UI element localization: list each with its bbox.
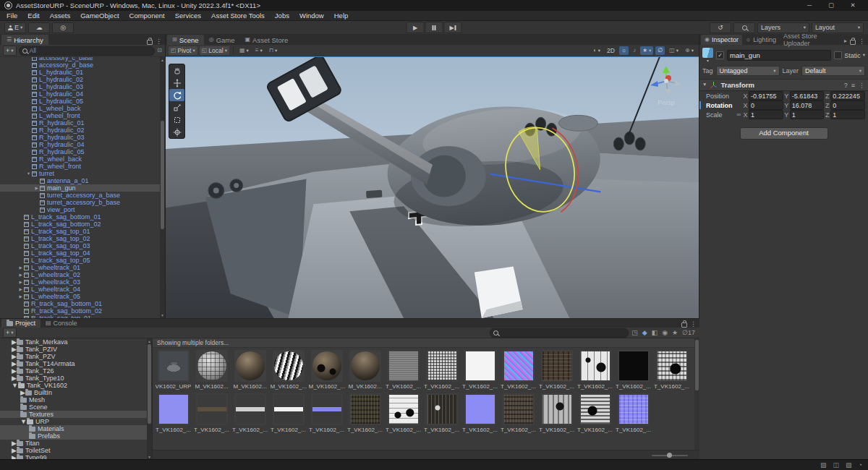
tag-dropdown[interactable]: Untagged▾ (716, 66, 780, 76)
scale-z-field[interactable]: 1 (830, 110, 865, 119)
expand-arrow-icon[interactable]: ▶ (12, 440, 17, 447)
version-control-button[interactable]: ◎ (52, 22, 74, 33)
expand-arrow-icon[interactable]: ▶ (33, 186, 40, 190)
project-folder-materials[interactable]: Materials (0, 425, 147, 432)
info-icon[interactable]: ◉ (662, 329, 668, 336)
expand-arrow-icon[interactable]: ▶ (17, 294, 24, 299)
menu-item-help[interactable]: Help (329, 11, 354, 20)
expand-arrow-icon[interactable]: ▶ (12, 346, 17, 353)
snap-increment-dropdown[interactable]: ≡▾ (253, 46, 265, 55)
menu-item-file[interactable]: File (1, 11, 22, 20)
project-folder-titan[interactable]: ▶Titan (0, 440, 147, 447)
open-in-new-icon[interactable]: ◳ (631, 329, 638, 336)
hierarchy-item[interactable]: L_hydraulic_01 (0, 69, 160, 76)
project-folder-textures[interactable]: Textures (0, 411, 147, 418)
asset-item[interactable]: T_VK1602_... (346, 393, 384, 433)
hierarchy-item[interactable]: L_track_sag_bottom_01 (0, 213, 160, 221)
asset-item[interactable]: T_VK1602_... (192, 393, 231, 433)
menu-item-window[interactable]: Window (294, 11, 329, 20)
asset-item[interactable]: M_VK1602... (346, 350, 384, 390)
folder-scrollbar[interactable]: ▲ ▼ (147, 338, 152, 460)
hierarchy-item[interactable]: R_wheel_back (0, 155, 160, 163)
expand-arrow-icon[interactable]: ▼ (25, 171, 32, 176)
minimize-button[interactable]: ─ (799, 0, 820, 11)
project-folder-scene[interactable]: Scene (0, 403, 147, 411)
expand-arrow-icon[interactable]: ▶ (17, 273, 24, 277)
hierarchy-item[interactable]: L_track_sag_top_04 (0, 249, 160, 257)
object-name-field[interactable]: main_gun (727, 50, 831, 61)
hierarchy-item[interactable]: L_hydraulic_02 (0, 76, 160, 83)
view-tool-button[interactable] (169, 64, 184, 77)
chevron-down-icon[interactable]: ▾ (863, 53, 865, 58)
asset-item[interactable]: T_VK1602_... (499, 393, 537, 433)
expand-arrow-icon[interactable]: ▶ (12, 338, 17, 346)
hierarchy-item[interactable]: ▶L_wheeltrack_03 (0, 278, 160, 286)
help-icon[interactable]: ? (844, 82, 848, 89)
effects-dropdown[interactable]: ∗▾ (640, 46, 653, 55)
camera-projection-label[interactable]: Persp (642, 99, 690, 106)
hierarchy-item[interactable]: R_wheel_front (0, 163, 160, 170)
asset-item[interactable]: T_VK1602_... (537, 350, 576, 390)
lock-icon[interactable] (681, 322, 687, 328)
menu-item-assets[interactable]: Assets (45, 11, 76, 20)
hierarchy-item[interactable]: L_wheel_front (0, 112, 160, 119)
menu-item-component[interactable]: Component (124, 11, 170, 20)
asset-item[interactable]: T_VK1602_... (461, 393, 499, 433)
status-icon[interactable]: ◫ (833, 461, 840, 469)
create-object-button[interactable]: +▾ (3, 46, 17, 56)
asset-item[interactable]: T_VK1602_... (384, 393, 422, 433)
project-folder-toiletset[interactable]: ▶ToiletSet (0, 447, 147, 454)
expand-arrow-icon[interactable]: ▶ (17, 265, 24, 270)
hierarchy-item[interactable]: accessory_d_base (0, 61, 160, 69)
create-asset-button[interactable]: +▾ (3, 328, 17, 338)
hierarchy-item[interactable]: L_hydraulic_04 (0, 90, 160, 98)
component-menu-icon[interactable]: ⋮ (859, 82, 865, 89)
hierarchy-item[interactable]: ▶L_wheeltrack_05 (0, 293, 160, 300)
project-folder-urp[interactable]: ▼URP (0, 418, 147, 425)
expand-arrow-icon[interactable]: ▼ (12, 382, 18, 389)
position-x-field[interactable]: -0.91755 (749, 91, 783, 101)
expand-arrow-icon[interactable]: ▶ (20, 389, 25, 396)
asset-item[interactable]: M_VK1602... (231, 350, 269, 390)
layer-dropdown[interactable]: Default▾ (801, 66, 865, 76)
link-scale-icon[interactable]: ∞ (736, 111, 741, 118)
position-z-field[interactable]: 0.222245 (830, 91, 865, 101)
rotation-x-field[interactable]: 0 (749, 101, 783, 110)
asset-item[interactable]: T_VK1602_... (614, 393, 652, 433)
step-button[interactable]: ▶ (444, 22, 462, 33)
project-folder-tank_type10[interactable]: ▶Tank_Type10 (0, 375, 147, 382)
pivot-dropdown[interactable]: ◰Pivot▾ (169, 46, 197, 55)
project-folder-mesh[interactable]: Mesh (0, 396, 147, 403)
asset-item[interactable]: T_VK1602_... (576, 393, 614, 433)
move-tool-button[interactable] (169, 77, 184, 89)
expand-arrow-icon[interactable]: ▶ (12, 360, 17, 367)
status-icon[interactable]: ▧ (820, 461, 827, 469)
foldout-arrow-icon[interactable]: ▼ (702, 82, 707, 87)
hierarchy-item[interactable]: ▶L_wheeltrack_01 (0, 264, 160, 271)
hierarchy-item[interactable]: ▼turret (0, 170, 160, 177)
hierarchy-item[interactable]: R_track_sag_bottom_01 (0, 300, 160, 307)
hierarchy-scrollbar[interactable]: ▲ ▼ (160, 57, 165, 318)
play-button[interactable]: ▶ (407, 22, 425, 33)
expand-arrow-icon[interactable]: ▶ (12, 367, 17, 375)
menu-item-asset-store-tools[interactable]: Asset Store Tools (206, 11, 270, 20)
hierarchy-item[interactable]: L_hydraulic_05 (0, 98, 160, 105)
orientation-gizmo[interactable]: Persp (642, 63, 690, 106)
expand-arrow-icon[interactable]: ▼ (20, 418, 27, 425)
hierarchy-item[interactable]: L_wheel_back (0, 105, 160, 112)
audio-toggle[interactable]: ♪ (631, 46, 638, 55)
label-icon[interactable]: ◧ (652, 329, 658, 336)
add-component-button[interactable]: Add Component (740, 127, 828, 140)
asset-item[interactable]: M_VK1602_... (307, 350, 346, 390)
menu-item-jobs[interactable]: Jobs (270, 11, 294, 20)
grid-snap-dropdown[interactable]: ⊓▾ (267, 46, 280, 55)
scene-viewport[interactable]: Persp (166, 56, 699, 318)
hierarchy-item[interactable]: ▶main_gun (0, 184, 160, 192)
asset-item[interactable]: T_VK1602_... (307, 393, 346, 433)
hierarchy-item[interactable]: R_hydraulic_05 (0, 148, 160, 155)
asset-item[interactable]: T_VK1602_... (461, 350, 499, 390)
hidden-count-toggle[interactable]: ∅17 (682, 329, 695, 336)
hierarchy-item[interactable]: turret_accessory_b_base (0, 199, 160, 206)
expand-arrow-icon[interactable]: ▶ (17, 280, 24, 284)
rotation-y-field[interactable]: 16.078 (790, 101, 825, 110)
